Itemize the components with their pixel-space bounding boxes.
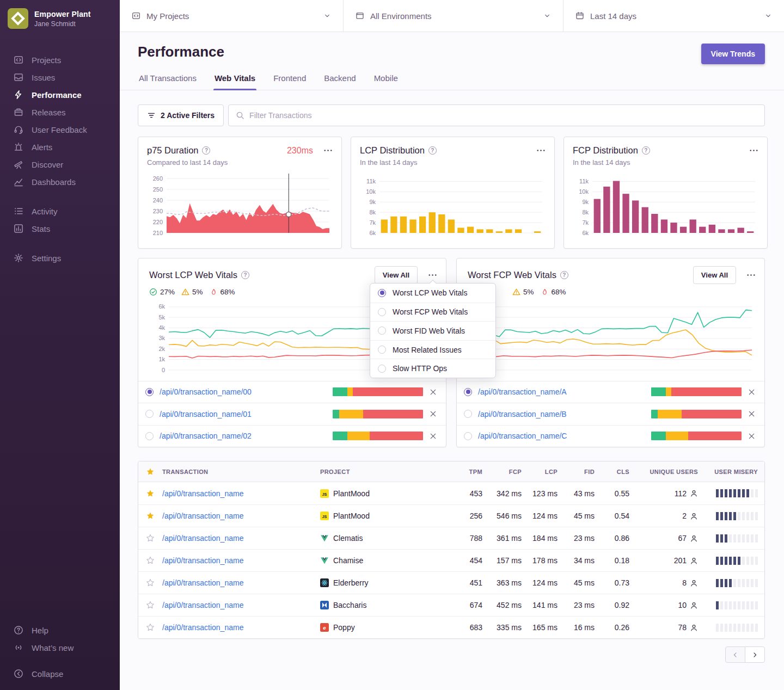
transaction-link[interactable]: /api/0/transaction_name/00: [160, 387, 327, 396]
org-switcher[interactable]: Empower Plant Jane Schmidt: [0, 0, 120, 37]
transaction-link[interactable]: /api/0/transaction_name: [162, 601, 320, 609]
dropdown-option-worst-fcp-web-vitals[interactable]: Worst FCP Web Vitals: [370, 303, 495, 322]
star-empty-icon[interactable]: [146, 601, 155, 609]
sidebar-item-activity[interactable]: Activity: [0, 202, 120, 220]
tab-mobile[interactable]: Mobile: [373, 73, 399, 90]
column-header-cls[interactable]: CLS: [595, 469, 629, 475]
transaction-link[interactable]: /api/0/transaction_name/A: [478, 387, 645, 396]
dropdown-option-most-related-issues[interactable]: Most Related Issues: [370, 340, 495, 359]
transaction-link[interactable]: /api/0/transaction_name: [162, 556, 320, 565]
radio-button[interactable]: [464, 410, 472, 418]
star-empty-icon[interactable]: [146, 623, 155, 632]
project-cell[interactable]: Clematis: [320, 534, 442, 543]
transaction-link[interactable]: /api/0/transaction_name: [162, 534, 320, 543]
transaction-link[interactable]: /api/0/transaction_name/01: [160, 410, 327, 418]
transaction-link[interactable]: /api/0/transaction_name: [162, 578, 320, 587]
star-empty-icon[interactable]: [146, 556, 155, 565]
close-icon[interactable]: [748, 410, 756, 418]
sidebar-item-dashboards[interactable]: Dashboards: [0, 173, 120, 190]
radio-button[interactable]: [464, 388, 472, 396]
column-header-tpm[interactable]: TPM: [442, 469, 482, 475]
tab-all-transactions[interactable]: All Transactions: [138, 73, 198, 90]
sidebar-item-alerts[interactable]: Alerts: [0, 138, 120, 156]
column-header-fid[interactable]: FID: [558, 469, 595, 475]
view-all-button[interactable]: View All: [375, 266, 418, 284]
sidebar-item-user-feedback[interactable]: User Feedback: [0, 121, 120, 138]
transaction-link[interactable]: /api/0/transaction_name/C: [478, 432, 645, 440]
card-menu-icon[interactable]: [323, 146, 333, 155]
radio-button[interactable]: [145, 410, 154, 418]
project-filter-dropdown[interactable]: My Projects: [120, 0, 343, 32]
star-filled-icon[interactable]: [146, 512, 155, 520]
active-filters-button[interactable]: 2 Active Filters: [138, 104, 224, 126]
card-menu-icon[interactable]: [749, 146, 758, 155]
tab-backend[interactable]: Backend: [323, 73, 357, 90]
transaction-link[interactable]: /api/0/transaction_name: [162, 512, 320, 520]
sidebar-item-issues[interactable]: Issues: [0, 69, 120, 86]
transaction-link[interactable]: /api/0/transaction_name/B: [478, 410, 645, 418]
sidebar-item-help[interactable]: Help: [0, 621, 120, 639]
close-icon[interactable]: [748, 432, 756, 440]
search-input[interactable]: [249, 111, 757, 120]
next-page-button[interactable]: [745, 646, 765, 663]
sidebar-item-stats[interactable]: Stats: [0, 220, 120, 237]
star-empty-icon[interactable]: [146, 578, 155, 587]
sidebar-item-settings[interactable]: Settings: [0, 249, 120, 267]
help-icon[interactable]: ?: [241, 271, 249, 279]
project-cell[interactable]: JSPlantMood: [320, 512, 442, 520]
vital-transaction-row: /api/0/transaction_name/B: [457, 403, 764, 425]
sidebar-item-label: Releases: [32, 108, 66, 117]
column-header-fcp[interactable]: FCP: [482, 469, 522, 475]
transaction-link[interactable]: /api/0/transaction_name: [162, 623, 320, 632]
dropdown-option-worst-fid-web-vitals[interactable]: Worst FID Web Vitals: [370, 321, 495, 340]
project-cell[interactable]: ePoppy: [320, 623, 442, 632]
project-cell[interactable]: JSPlantMood: [320, 489, 442, 498]
sidebar-item-performance[interactable]: Performance: [0, 86, 120, 103]
column-header-lcp[interactable]: LCP: [522, 469, 558, 475]
radio-button[interactable]: [145, 388, 154, 396]
tab-web-vitals[interactable]: Web Vitals: [213, 73, 256, 90]
project-cell[interactable]: Chamise: [320, 556, 442, 565]
tab-frontend[interactable]: Frontend: [272, 73, 307, 90]
transaction-link[interactable]: /api/0/transaction_name/02: [160, 432, 327, 440]
card-menu-icon[interactable]: [536, 146, 546, 155]
project-cell[interactable]: Baccharis: [320, 601, 442, 609]
star-filled-icon[interactable]: [146, 489, 155, 498]
view-trends-button[interactable]: View Trends: [701, 44, 765, 64]
sidebar-item-discover[interactable]: Discover: [0, 156, 120, 173]
card-title: Worst FCP Web Vitals: [468, 270, 556, 280]
column-header-transaction[interactable]: TRANSACTION: [162, 469, 320, 475]
column-header-project[interactable]: PROJECT: [320, 469, 442, 475]
radio-button: [378, 365, 386, 373]
transaction-link[interactable]: /api/0/transaction_name: [162, 489, 320, 498]
previous-page-button[interactable]: [725, 646, 745, 663]
close-icon[interactable]: [429, 432, 437, 440]
sidebar-item-what-s-new[interactable]: What’s new: [0, 639, 120, 656]
fcp-distribution-chart: 6k7k8k9k10k11k: [573, 172, 758, 238]
environment-filter-dropdown[interactable]: All Environments: [343, 0, 563, 32]
help-icon[interactable]: ?: [202, 146, 210, 155]
card-menu-icon[interactable]: [746, 270, 756, 280]
sidebar-item-projects[interactable]: Projects: [0, 51, 120, 69]
close-icon[interactable]: [429, 410, 437, 418]
dropdown-option-worst-lcp-web-vitals[interactable]: Worst LCP Web Vitals: [370, 284, 495, 303]
dropdown-option-slow-http-ops[interactable]: Slow HTTP Ops: [370, 359, 495, 378]
radio-button[interactable]: [145, 432, 154, 440]
star-icon[interactable]: [146, 467, 155, 476]
date-range-dropdown[interactable]: Last 14 days: [563, 0, 784, 32]
sidebar-item-collapse[interactable]: Collapse: [0, 665, 120, 682]
column-header-unique-users[interactable]: UNIQUE USERS: [629, 469, 698, 475]
view-all-button[interactable]: View All: [693, 266, 736, 284]
help-icon[interactable]: ?: [428, 146, 437, 155]
help-icon[interactable]: ?: [560, 271, 568, 279]
card-menu-icon[interactable]: [428, 270, 437, 280]
radio-button[interactable]: [464, 432, 472, 440]
sidebar-item-releases[interactable]: Releases: [0, 103, 120, 121]
help-icon[interactable]: ?: [642, 146, 650, 155]
star-empty-icon[interactable]: [146, 534, 155, 543]
project-cell[interactable]: Elderberry: [320, 578, 442, 587]
column-header-user-misery[interactable]: USER MISERY: [698, 469, 765, 475]
close-icon[interactable]: [748, 388, 756, 396]
close-icon[interactable]: [429, 388, 437, 396]
meh-stat: 5%: [512, 288, 534, 296]
